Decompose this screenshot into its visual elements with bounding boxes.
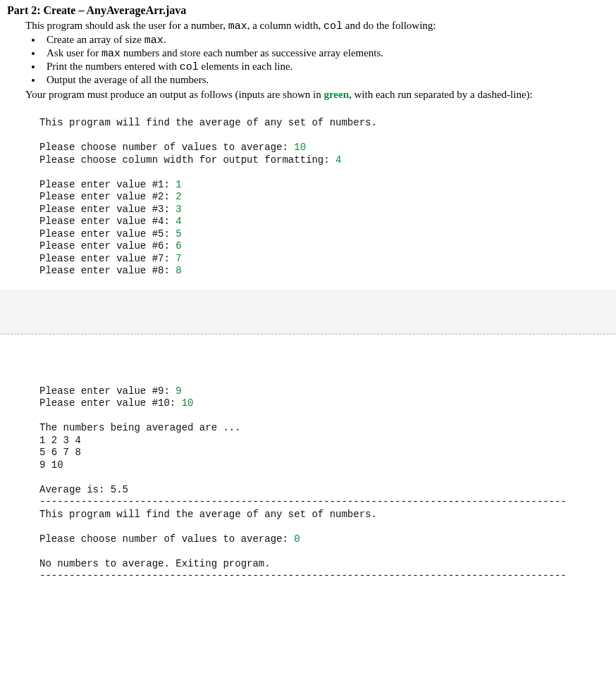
bullet-2-post: numbers and store each number as success… — [121, 47, 383, 58]
run1-p9: Please enter value #9: — [39, 385, 175, 397]
output-block-1: This program will find the average of an… — [0, 110, 616, 290]
bullet-1-pre: Create an array of size — [47, 34, 144, 45]
section-heading: Part 2: Create – AnyAverageArr.java — [7, 4, 609, 17]
run1-numbers-header: The numbers being averaged are ... — [39, 422, 241, 433]
bullet-2-pre: Ask user for — [47, 47, 101, 58]
intro-text-2: , a column width, — [247, 20, 324, 31]
run1-p5: Please enter value #5: — [39, 228, 175, 240]
run1-v4: 4 — [175, 216, 181, 227]
page-gap-below — [0, 335, 616, 378]
bullet-list: Create an array of size max. Ask user fo… — [27, 34, 609, 86]
intro-col: col — [324, 20, 343, 32]
run1-dashes: ----------------------------------------… — [39, 496, 567, 507]
outro-pre: Your program must produce an output as f… — [25, 89, 324, 100]
run1-v10: 10 — [182, 397, 194, 409]
run1-p10: Please enter value #10: — [39, 397, 182, 409]
run1-p4: Please enter value #4: — [39, 216, 175, 227]
outro-paragraph: Your program must produce an output as f… — [25, 87, 609, 101]
run1-v6: 6 — [175, 240, 181, 252]
run2-exit: No numbers to average. Exiting program. — [39, 558, 271, 569]
bullet-2-mono: max — [101, 48, 121, 60]
run1-v5: 5 — [175, 228, 181, 240]
bullet-4: Output the average of all the numbers. — [42, 74, 609, 86]
run1-p6: Please enter value #6: — [39, 240, 175, 252]
run1-p8: Please enter value #8: — [39, 265, 175, 276]
run1-v3: 3 — [175, 204, 181, 215]
run1-count-val: 10 — [294, 142, 306, 153]
output-block-2: Please enter value #9: 9 Please enter va… — [0, 378, 616, 595]
run1-prompt-count: Please choose number of values to averag… — [39, 142, 294, 153]
bullet-1-mono: max — [144, 35, 164, 47]
run1-row1: 1 2 3 4 — [39, 435, 81, 446]
run1-v1: 1 — [175, 179, 181, 190]
run1-p3: Please enter value #3: — [39, 204, 175, 215]
run1-p1: Please enter value #1: — [39, 179, 175, 190]
run1-row2: 5 6 7 8 — [39, 447, 81, 458]
intro-max: max — [228, 20, 247, 32]
run1-average: Average is: 5.5 — [39, 484, 128, 495]
bullet-3-post: elements in each line. — [199, 61, 293, 72]
run1-p7: Please enter value #7: — [39, 253, 175, 264]
run1-intro: This program will find the average of an… — [39, 117, 377, 128]
bullet-3: Print the numbers entered with col eleme… — [42, 61, 609, 73]
bullet-2: Ask user for max numbers and store each … — [42, 47, 609, 60]
bullet-3-pre: Print the numbers entered with — [47, 61, 180, 72]
run2-prompt-count: Please choose number of values to averag… — [39, 533, 294, 545]
outro-green: green — [324, 89, 349, 100]
run1-col-val: 4 — [335, 154, 341, 166]
run1-v2: 2 — [175, 191, 181, 202]
intro-paragraph: This program should ask the user for a n… — [25, 20, 609, 32]
run2-dashes: ----------------------------------------… — [39, 570, 567, 581]
document-top: Part 2: Create – AnyAverageArr.java This… — [0, 0, 616, 110]
run1-row3: 9 10 — [39, 459, 63, 471]
bullet-3-mono: col — [180, 61, 199, 73]
run2-intro: This program will find the average of an… — [39, 509, 377, 520]
run1-prompt-col: Please choose column width for output fo… — [39, 154, 335, 166]
intro-text-1: This program should ask the user for a n… — [25, 20, 228, 31]
run1-v8: 8 — [175, 265, 181, 276]
bullet-1-post: . — [164, 34, 166, 45]
run2-count-val: 0 — [294, 533, 300, 545]
outro-post: , with each run separated by a dashed-li… — [349, 89, 533, 100]
run1-v7: 7 — [175, 253, 181, 264]
run1-p2: Please enter value #2: — [39, 191, 175, 202]
intro-text-3: and do the following: — [343, 20, 436, 31]
bullet-1: Create an array of size max. — [42, 34, 609, 47]
page-gap-band — [0, 290, 616, 334]
run1-v9: 9 — [175, 385, 181, 397]
